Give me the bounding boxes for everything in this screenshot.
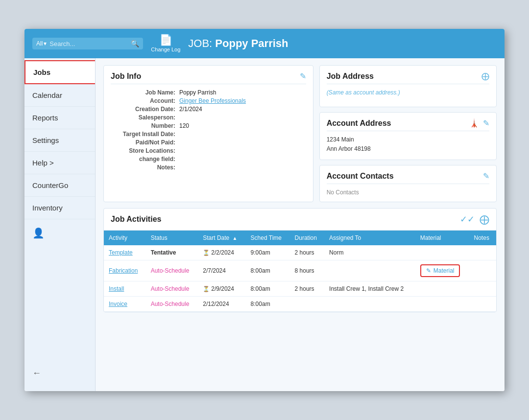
job-name: Poppy Parrish — [215, 37, 288, 49]
field-value-salesperson — [179, 114, 306, 121]
activities-header-icons: ✓✓ ⨁ — [460, 213, 489, 225]
sidebar-item-label: Reports — [32, 114, 58, 122]
sidebar-item-label: Inventory — [32, 204, 63, 212]
field-value-account[interactable]: Ginger Bee Professionals — [179, 97, 306, 104]
field-label-salesperson: Salesperson: — [111, 114, 179, 121]
avatar-button[interactable]: 👤 — [24, 221, 95, 245]
top-row: Job Info ✎ Job Name: Poppy Parrish Accou… — [103, 65, 497, 202]
edit-account-contacts-button[interactable]: ✎ — [483, 171, 489, 181]
cell-activity: Install — [104, 281, 146, 297]
field-value-creation: 2/1/2024 — [179, 106, 306, 113]
sidebar-item-inventory[interactable]: Inventory — [24, 197, 95, 219]
clock-icon: ⏳ — [203, 250, 210, 256]
job-info-card: Job Info ✎ Job Name: Poppy Parrish Accou… — [103, 65, 313, 202]
search-input[interactable] — [49, 40, 128, 47]
field-value-notes — [179, 164, 306, 171]
avatar-icon: 👤 — [32, 228, 45, 238]
sidebar: Jobs Calendar Reports Settings Help > Co… — [24, 58, 96, 391]
cell-material — [415, 281, 469, 297]
edit-job-info-button[interactable]: ✎ — [300, 71, 306, 81]
th-status: Status — [146, 231, 198, 245]
th-assigned-to: Assigned To — [324, 231, 415, 245]
app-window: All ▾ 🔍 📄 Change Log JOB: Poppy Parrish … — [24, 29, 505, 391]
field-label-jobname: Job Name: — [111, 89, 179, 96]
main-layout: Jobs Calendar Reports Settings Help > Co… — [24, 58, 505, 391]
cell-duration: 8 hours — [290, 260, 325, 281]
th-start-date[interactable]: Start Date ▲ — [198, 231, 245, 245]
job-label: JOB: — [188, 37, 212, 49]
sidebar-item-help[interactable]: Help > — [24, 152, 95, 174]
collapse-sidebar-button[interactable]: ← — [24, 363, 95, 383]
field-label-creation: Creation Date: — [111, 106, 179, 113]
sidebar-item-label: CounterGo — [32, 181, 68, 189]
content-area: Job Info ✎ Job Name: Poppy Parrish Accou… — [96, 58, 505, 391]
cell-material — [415, 245, 469, 260]
field-label-paid: Paid/Not Paid: — [111, 139, 179, 146]
sidebar-item-jobs[interactable]: Jobs — [24, 60, 95, 84]
job-address-header: Job Address ⨁ — [327, 71, 489, 84]
sidebar-item-calendar[interactable]: Calendar — [24, 84, 95, 107]
material-button[interactable]: ✎ Material — [420, 264, 460, 277]
table-row: Invoice Auto-Schedule 2/12/2024 8:00am — [104, 297, 496, 312]
account-address-header: Account Address 🗼 ✎ — [327, 118, 489, 131]
sidebar-item-label: Jobs — [33, 68, 50, 76]
field-label-number: Number: — [111, 122, 179, 129]
table-row: Install Auto-Schedule ⏳2/9/2024 8:00am 2… — [104, 281, 496, 297]
cell-notes — [469, 297, 496, 312]
add-job-address-button[interactable]: ⨁ — [481, 71, 489, 81]
th-sched-time: Sched Time — [246, 231, 290, 245]
table-row: Fabrication Auto-Schedule 2/7/2024 8:00a… — [104, 260, 496, 281]
search-icon[interactable]: 🔍 — [131, 40, 139, 47]
activity-link[interactable]: Install — [109, 285, 124, 292]
search-dropdown-label: All — [36, 40, 43, 47]
sidebar-item-reports[interactable]: Reports — [24, 107, 95, 129]
activity-link[interactable]: Template — [109, 249, 133, 256]
search-dropdown[interactable]: All ▾ — [36, 40, 47, 47]
field-label-target-install: Target Install Date: — [111, 131, 179, 138]
sidebar-item-settings[interactable]: Settings — [24, 129, 95, 152]
cell-start-date: ⏳2/2/2024 — [198, 245, 245, 260]
activities-header: Job Activities ✓✓ ⨁ — [104, 209, 496, 231]
cell-assigned: Install Crew 1, Install Crew 2 — [324, 281, 415, 297]
field-value-change-field — [179, 156, 306, 163]
cell-start-date: 2/7/2024 — [198, 260, 245, 281]
address-line2: Ann Arbor 48198 — [327, 144, 489, 154]
cell-activity: Template — [104, 245, 146, 260]
same-as-note: (Same as account address.) — [327, 89, 489, 96]
field-value-paid — [179, 139, 306, 146]
job-info-title: Job Info — [111, 72, 141, 81]
changelog-button[interactable]: 📄 Change Log — [151, 35, 180, 52]
activity-link[interactable]: Fabrication — [109, 267, 138, 274]
status-badge: Auto-Schedule — [151, 285, 190, 292]
account-address-icons: 🗼 ✎ — [469, 118, 489, 128]
sidebar-item-countergo[interactable]: CounterGo — [24, 174, 95, 197]
search-area[interactable]: All ▾ 🔍 — [32, 38, 143, 49]
field-value-store-locations — [179, 147, 306, 154]
no-contacts-label: No Contacts — [327, 189, 489, 196]
check-all-icon[interactable]: ✓✓ — [460, 214, 475, 225]
table-header-row: Activity Status Start Date ▲ Sched Time … — [104, 231, 496, 245]
job-fields: Job Name: Poppy Parrish Account: Ginger … — [111, 89, 306, 171]
cell-start-date: 2/12/2024 — [198, 297, 245, 312]
cell-assigned: Norm — [324, 245, 415, 260]
field-value-number: 120 — [179, 122, 306, 129]
header-title: JOB: Poppy Parrish — [188, 37, 288, 50]
edit-account-address-button[interactable]: ✎ — [483, 118, 489, 128]
account-contacts-title: Account Contacts — [327, 172, 394, 181]
activities-table: Activity Status Start Date ▲ Sched Time … — [104, 231, 496, 312]
cell-material: ✎ Material — [415, 260, 469, 281]
add-activity-button[interactable]: ⨁ — [480, 213, 489, 225]
dropdown-arrow-icon: ▾ — [44, 40, 47, 47]
cell-sched-time: 8:00am — [246, 281, 290, 297]
cell-assigned — [324, 260, 415, 281]
activity-link[interactable]: Invoice — [109, 301, 127, 307]
cell-notes — [469, 245, 496, 260]
clock-icon: ⏳ — [203, 286, 210, 292]
th-notes: Notes — [469, 231, 496, 245]
status-badge: Auto-Schedule — [151, 267, 190, 274]
sort-arrow-icon: ▲ — [233, 235, 238, 241]
job-info-header: Job Info ✎ — [111, 71, 306, 84]
map-icon[interactable]: 🗼 — [469, 118, 479, 128]
activities-title: Job Activities — [111, 215, 161, 224]
cell-sched-time: 8:00am — [246, 260, 290, 281]
